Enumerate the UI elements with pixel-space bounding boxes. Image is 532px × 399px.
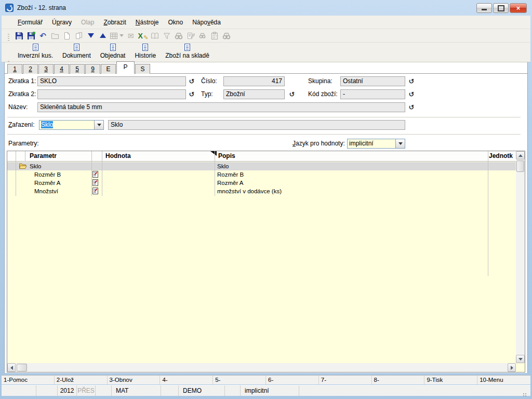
tab-4[interactable]: 4 xyxy=(54,64,69,74)
close-button[interactable]: × xyxy=(510,3,527,13)
fkey-6[interactable]: 6- xyxy=(266,376,319,384)
menu-item-upravy[interactable]: Úpravy xyxy=(47,17,76,28)
fkey-tisk[interactable]: 9-Tisk xyxy=(424,376,477,384)
h-scroll-thumb[interactable] xyxy=(17,364,27,371)
zarazeni-dropdown-button[interactable] xyxy=(94,121,103,129)
dokument-button[interactable]: Dokument xyxy=(58,43,96,59)
table-row-mnozstvi[interactable]: Množství množství v dodávce (ks) xyxy=(7,187,516,195)
page-tabs: 1 2 3 4 5 9 E P S xyxy=(7,63,151,74)
status-cell-empty-2 xyxy=(36,385,58,396)
resize-grip[interactable] xyxy=(525,393,526,394)
menu-item-nastroje[interactable]: Nástroje xyxy=(131,17,164,28)
separator xyxy=(7,134,521,135)
undo-icon: ↶ xyxy=(39,31,46,41)
move-up-button[interactable] xyxy=(97,30,109,42)
tab-1[interactable]: 1 xyxy=(7,64,22,74)
zarazeni-label: Zařazení: xyxy=(8,120,35,130)
zarazeni-combobox[interactable]: Sklo xyxy=(39,120,104,130)
zkratka2-label: Zkratka 2: xyxy=(8,89,36,99)
jazyk-combobox[interactable]: implicitní xyxy=(347,139,405,149)
jednotka-column-header[interactable]: Jednotk xyxy=(489,151,513,161)
tab-2[interactable]: 2 xyxy=(23,64,38,74)
jazyk-label: Jazyk pro hodnoty: xyxy=(292,139,345,149)
edit-note-icon[interactable] xyxy=(92,171,98,178)
move-down-icon xyxy=(88,33,94,38)
skupina-field[interactable]: Ostatní xyxy=(340,76,405,86)
skupina-history-icon[interactable]: ↺ xyxy=(407,77,416,86)
column-divider xyxy=(102,151,102,196)
vertical-scrollbar[interactable] xyxy=(516,151,525,363)
zkratka2-field[interactable] xyxy=(37,89,186,99)
menu-item-formular[interactable]: Formulář xyxy=(13,17,47,28)
move-down-button[interactable] xyxy=(85,30,97,42)
jazyk-dropdown-button[interactable] xyxy=(395,139,405,148)
undo-button[interactable]: ↶ xyxy=(37,30,49,42)
table-row-rozmer-a[interactable]: Rozměr A Rozměr A xyxy=(7,179,516,187)
excel-export-button[interactable]: X✎ xyxy=(137,30,149,42)
parametr-column-header[interactable]: Parametr xyxy=(30,151,57,161)
tab-e[interactable]: E xyxy=(101,64,116,74)
parametr-cell: Množství xyxy=(34,187,91,195)
typ-history-icon[interactable]: ↺ xyxy=(288,90,296,99)
copy-icon xyxy=(75,32,83,40)
table-row-group-sklo[interactable]: Sklo Sklo xyxy=(7,162,516,170)
maximize-button[interactable] xyxy=(493,3,509,13)
typ-field[interactable]: Zbožní xyxy=(223,89,285,99)
inverzni-kus-button[interactable]: Inverzní kus. xyxy=(13,43,58,59)
zbozi-na-sklade-button[interactable]: Zboží na skladě xyxy=(161,43,214,59)
tasks-icon xyxy=(210,32,219,40)
fkey-obnov[interactable]: 3-Obnov xyxy=(108,376,161,384)
nazev-history-icon[interactable]: ↺ xyxy=(407,103,416,112)
fkey-uloz[interactable]: 2-Ulož xyxy=(55,376,108,384)
hodnota-column-header[interactable]: Hodnota xyxy=(105,151,131,161)
zkratka1-field[interactable]: SKLO xyxy=(37,76,186,86)
status-cell-empty-5 xyxy=(225,385,241,396)
fkey-menu[interactable]: 10-Menu xyxy=(477,376,530,384)
excel-export-icon: X✎ xyxy=(138,32,148,40)
tab-9[interactable]: 9 xyxy=(85,64,100,74)
window-titlebar[interactable]: Zboží - 12. strana × xyxy=(0,0,532,16)
fkey-7[interactable]: 7- xyxy=(319,376,372,384)
historie-button[interactable]: Historie xyxy=(130,43,161,59)
hodnota-cell xyxy=(105,170,217,179)
fkey-pomoc[interactable]: 1-Pomoc xyxy=(2,376,55,384)
fkey-4[interactable]: 4- xyxy=(160,376,213,384)
save-button[interactable] xyxy=(13,30,25,42)
tab-s[interactable]: S xyxy=(135,64,150,74)
tab-p[interactable]: P xyxy=(116,61,135,74)
column-divider xyxy=(215,151,215,196)
new-document-button xyxy=(61,30,73,42)
menu-item-okno[interactable]: Okno xyxy=(164,17,188,28)
zkratka1-history-icon[interactable]: ↺ xyxy=(188,77,196,86)
menu-item-napoveda[interactable]: Nápověda xyxy=(188,17,225,28)
horizontal-scrollbar[interactable] xyxy=(7,363,516,372)
fkey-5[interactable]: 5- xyxy=(213,376,266,384)
fkey-8[interactable]: 8- xyxy=(372,376,425,384)
edit-note-icon[interactable] xyxy=(92,188,98,194)
scroll-left-button[interactable] xyxy=(7,363,16,372)
cislo-field[interactable]: 417 xyxy=(223,76,285,86)
save-as-button[interactable] xyxy=(25,30,37,42)
nazev-field[interactable]: Skleněná tabule 5 mm xyxy=(37,102,405,112)
menu-item-zobrazit[interactable]: Zobrazit xyxy=(99,17,130,28)
hodnota-cell xyxy=(105,162,217,170)
hodnota-cell xyxy=(105,179,217,187)
table-row-rozmer-b[interactable]: Rozměr B Rozměr B xyxy=(7,170,516,179)
scroll-right-button[interactable] xyxy=(508,363,516,372)
v-scroll-thumb[interactable] xyxy=(516,161,524,172)
tab-3[interactable]: 3 xyxy=(38,64,54,74)
objednat-button[interactable]: Objednat xyxy=(96,43,130,59)
popis-column-header[interactable]: Popis xyxy=(218,151,235,161)
minimize-button[interactable] xyxy=(476,3,492,13)
scroll-up-button[interactable] xyxy=(516,151,525,159)
kod-zbozi-field[interactable]: - xyxy=(340,89,405,99)
scroll-down-button[interactable] xyxy=(516,355,525,363)
tab-5[interactable]: 5 xyxy=(70,64,85,74)
edit-note-icon[interactable] xyxy=(92,179,98,186)
zarazeni-path-field[interactable]: Sklo xyxy=(108,120,405,130)
kod-zbozi-history-icon[interactable]: ↺ xyxy=(407,90,416,99)
main-toolbar: ↶ ✉ X✎ xyxy=(2,29,530,43)
zkratka2-history-icon[interactable]: ↺ xyxy=(188,90,196,99)
document-icon xyxy=(142,44,148,51)
search-icon xyxy=(175,32,183,40)
